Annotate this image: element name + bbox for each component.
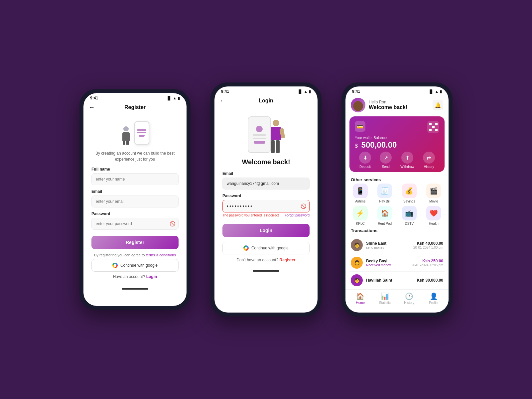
fullname-group: Full name — [91, 167, 179, 185]
back-button-2[interactable]: ← — [220, 97, 226, 104]
wifi-icon-2: ▲ — [304, 89, 308, 93]
service-movie[interactable]: 🎬 Movie — [423, 184, 445, 203]
login-title: Login — [259, 98, 273, 104]
wallet-balance-amount: $ 500,00.00 — [355, 140, 439, 150]
google-btn-reg[interactable]: G Continue with google — [91, 259, 179, 272]
signal-icon-3: ▐▌ — [429, 89, 434, 93]
kplc-label: KPLC — [356, 222, 365, 225]
greeting-welcome: Welcome back! — [369, 104, 433, 110]
transaction-item-2[interactable]: 👩 Becky Bayl Received money Ksh 250.00 2… — [349, 254, 445, 272]
error-row: The password you entered is incorrect Fo… — [222, 213, 310, 217]
no-account-text: Don't have an account? Register — [222, 258, 310, 262]
trans-avatar-2: 👩 — [351, 257, 363, 269]
trans-amount-2: Ksh 250.00 — [411, 259, 443, 263]
wallet-card: 💳 Your wallet Balance $ 500,00.00 ⬇ — [349, 116, 445, 172]
register-title: Register — [124, 104, 146, 110]
qr-icon[interactable] — [427, 121, 439, 133]
rentpod-label: Rent Pod — [378, 222, 392, 225]
person-figure — [121, 126, 131, 145]
qa-withdraw[interactable]: ⬆ Withdraw — [400, 152, 414, 169]
trans-amount-col-3: Ksh 30,000.00 — [417, 278, 443, 283]
google-icon-reg: G — [112, 263, 118, 268]
qa-send[interactable]: ↗ Send — [380, 152, 392, 169]
login-illustration — [222, 110, 310, 153]
qa-deposit[interactable]: ⬇ Deposit — [359, 152, 371, 169]
transaction-item-1[interactable]: 🧑 Shine East send money Ksh 40,000.00 20… — [349, 236, 445, 254]
service-airtime[interactable]: 📱 Airtime — [349, 184, 371, 203]
service-paybill[interactable]: 🧾 Pay Bill — [374, 184, 396, 203]
battery-icon-3: ▮ — [440, 89, 442, 94]
withdraw-icon: ⬆ — [401, 152, 413, 164]
other-services-title: Other services — [345, 175, 449, 184]
battery-icon-2: ▮ — [309, 89, 311, 94]
status-time-1: 9:41 — [90, 96, 98, 100]
service-rentpod[interactable]: 🏠 Rent Pod — [374, 206, 396, 225]
deposit-label: Deposit — [359, 165, 371, 169]
register-button[interactable]: Register — [91, 236, 179, 249]
status-icons-3: ▐▌ ▲ ▮ — [429, 89, 442, 94]
savings-label: Savings — [403, 200, 415, 203]
password-input-reg[interactable] — [91, 218, 179, 230]
user-avatar[interactable] — [351, 98, 365, 112]
eye-icon-reg[interactable]: 🚫 — [170, 221, 175, 226]
notification-bell[interactable]: 🔔 — [433, 100, 443, 110]
register-content: By creating an account we can build the … — [83, 113, 187, 286]
back-button-1[interactable]: ← — [89, 104, 95, 111]
terms-link[interactable]: terms & conditions — [146, 253, 176, 257]
login-header: ← Login — [214, 95, 318, 106]
trans-date-1: 20-01-2024 1:00 pm — [413, 246, 443, 249]
password-label-login: Password — [222, 194, 310, 198]
history-nav-label: History — [404, 301, 414, 305]
nav-profile[interactable]: 👤 Profile — [422, 292, 446, 305]
paybill-icon: 🧾 — [377, 184, 392, 198]
email-group-reg: Email — [91, 189, 179, 207]
services-grid: 📱 Airtime 🧾 Pay Bill 💰 Savings 🎬 Movie ⚡… — [345, 184, 449, 225]
register-link-login[interactable]: Register — [280, 258, 296, 262]
profile-nav-label: Profile — [429, 301, 438, 305]
eye-icon-login[interactable]: 🚫 — [301, 203, 306, 209]
transaction-item-3[interactable]: 🧑 Havillah Saint Ksh 30,000.00 — [349, 272, 445, 289]
service-savings[interactable]: 💰 Savings — [398, 184, 420, 203]
nav-history[interactable]: 🕐 History — [397, 292, 422, 305]
deposit-icon: ⬇ — [359, 152, 371, 164]
google-icon-login: G — [243, 245, 249, 251]
transactions-title: Transactions — [345, 225, 449, 234]
signal-icon: ▐▌ — [167, 96, 172, 100]
wallet-top: 💳 — [355, 121, 439, 133]
phone-login: 9:41 ▐▌ ▲ ▮ ← Login — [210, 82, 322, 317]
statistic-nav-icon: 📊 — [381, 292, 389, 300]
history-nav-icon: 🕐 — [405, 292, 413, 300]
wallet-icon: 💳 — [355, 121, 365, 132]
email-input-login[interactable] — [222, 178, 310, 190]
trans-amount-1: Ksh 40,000.00 — [413, 241, 443, 246]
wallet-balance-label: Your wallet Balance — [355, 136, 439, 140]
nav-home[interactable]: 🏠 Home — [348, 292, 373, 305]
phone-illustration-icon — [134, 121, 149, 145]
nav-statistic[interactable]: 📊 Statistic — [373, 292, 397, 305]
trans-name-1: Shine East — [366, 241, 413, 246]
service-dstv[interactable]: 📺 DSTV — [398, 206, 420, 225]
trans-date-2: 20-01-2024 12:05 pm — [411, 263, 443, 267]
login-link[interactable]: Login — [146, 274, 157, 279]
login-button[interactable]: Login — [222, 224, 310, 237]
statistic-nav-label: Statistic — [379, 301, 391, 305]
fullname-input[interactable] — [91, 173, 179, 185]
status-icons-1: ▐▌ ▲ ▮ — [167, 96, 180, 100]
trans-info-1: Shine East send money — [366, 241, 413, 249]
airtime-icon: 📱 — [353, 184, 368, 198]
forgot-password-link[interactable]: Forgot password — [285, 213, 310, 217]
wifi-icon: ▲ — [173, 96, 177, 100]
qa-history[interactable]: ⇄ History — [423, 152, 435, 169]
service-kplc[interactable]: ⚡ KPLC — [349, 206, 371, 225]
login-content: Welcome back! Email Password 🚫 The passw… — [214, 110, 318, 268]
home-indicator-1 — [83, 286, 187, 291]
email-input-reg[interactable] — [91, 196, 179, 207]
google-btn-login[interactable]: G Continue with google — [222, 242, 310, 254]
send-label: Send — [382, 165, 389, 169]
quick-actions: ⬇ Deposit ↗ Send ⬆ Withdraw ⇄ History — [355, 150, 439, 169]
dstv-label: DSTV — [405, 222, 414, 225]
status-time-3: 9:41 — [352, 89, 360, 94]
service-health[interactable]: ❤️ Health — [423, 206, 445, 225]
password-input-login[interactable] — [222, 200, 310, 212]
home-greeting: Hello Ron, Welcome back! — [369, 100, 433, 110]
